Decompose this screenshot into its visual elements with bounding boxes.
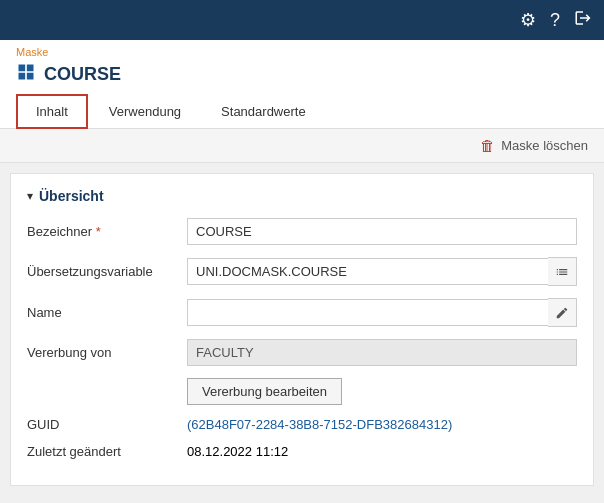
delete-mask-button[interactable]: 🗑 Maske löschen: [480, 137, 588, 154]
page-title: COURSE: [44, 64, 121, 85]
guid-row: GUID (62B48F07-2284-38B8-7152-DFB3826843…: [27, 417, 577, 432]
settings-icon[interactable]: ⚙: [520, 9, 536, 31]
zuletzt-label: Zuletzt geändert: [27, 444, 187, 459]
name-label: Name: [27, 305, 187, 320]
uebersetzung-row: Übersetzungsvariable: [27, 257, 577, 286]
uebersetzung-list-icon-button[interactable]: [548, 257, 577, 286]
uebersetzung-label: Übersetzungsvariable: [27, 264, 187, 279]
vererbung-button-row: Vererbung bearbeiten: [27, 378, 577, 405]
help-icon[interactable]: ?: [550, 10, 560, 31]
toolbar: 🗑 Maske löschen: [0, 129, 604, 163]
breadcrumb-area: Maske COURSE: [0, 40, 604, 93]
vererbung-row: Vererbung von: [27, 339, 577, 366]
top-bar: ⚙ ?: [0, 0, 604, 40]
breadcrumb: Maske: [16, 46, 588, 58]
bezeichner-control: [187, 218, 577, 245]
name-input-group: [187, 298, 577, 327]
delete-mask-label: Maske löschen: [501, 138, 588, 153]
bezeichner-label: Bezeichner: [27, 224, 187, 239]
vererbung-label: Vererbung von: [27, 345, 187, 360]
tab-standardwerte[interactable]: Standardwerte: [202, 95, 325, 128]
vererbung-offset: [27, 378, 187, 405]
zuletzt-row: Zuletzt geändert 08.12.2022 11:12: [27, 444, 577, 459]
section-header[interactable]: ▾ Übersicht: [27, 188, 577, 204]
tab-bar: Inhalt Verwendung Standardwerte: [0, 93, 604, 129]
grid-icon: [16, 62, 36, 87]
uebersetzung-input[interactable]: [187, 258, 548, 285]
vererbung-control: [187, 339, 577, 366]
guid-control: (62B48F07-2284-38B8-7152-DFB382684312): [187, 417, 577, 432]
bezeichner-row: Bezeichner: [27, 218, 577, 245]
page-title-row: COURSE: [16, 58, 588, 93]
name-row: Name: [27, 298, 577, 327]
tab-verwendung[interactable]: Verwendung: [90, 95, 200, 128]
guid-label: GUID: [27, 417, 187, 432]
name-edit-icon-button[interactable]: [548, 298, 577, 327]
uebersetzung-input-group: [187, 257, 577, 286]
zuletzt-value: 08.12.2022 11:12: [187, 444, 577, 459]
name-input[interactable]: [187, 299, 548, 326]
zuletzt-text: 08.12.2022 11:12: [187, 444, 288, 459]
trash-icon: 🗑: [480, 137, 495, 154]
bezeichner-input[interactable]: [187, 218, 577, 245]
logout-icon[interactable]: [574, 9, 592, 32]
chevron-down-icon: ▾: [27, 189, 33, 203]
guid-link[interactable]: (62B48F07-2284-38B8-7152-DFB382684312): [187, 417, 452, 432]
name-control: [187, 298, 577, 327]
uebersetzung-control: [187, 257, 577, 286]
main-content: ▾ Übersicht Bezeichner Übersetzungsvaria…: [10, 173, 594, 486]
tab-inhalt[interactable]: Inhalt: [16, 94, 88, 129]
vererbung-input: [187, 339, 577, 366]
section-title: Übersicht: [39, 188, 104, 204]
vererbung-bearbeiten-button[interactable]: Vererbung bearbeiten: [187, 378, 342, 405]
